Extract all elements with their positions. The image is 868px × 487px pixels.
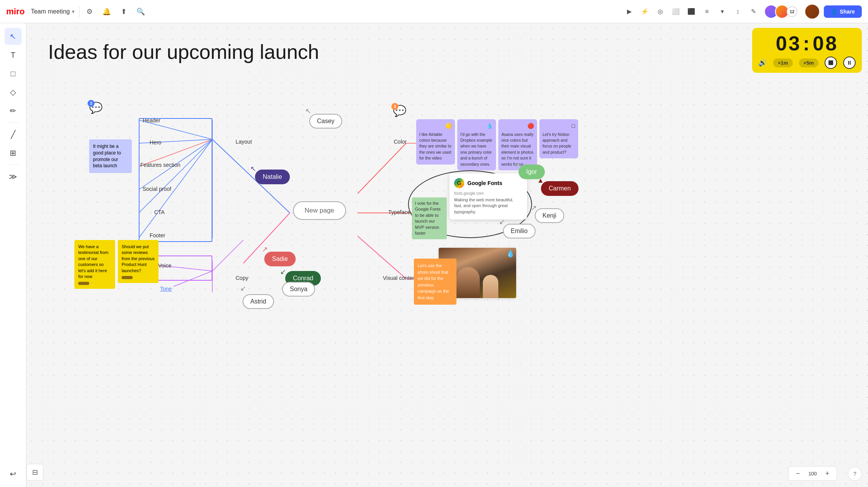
google-fonts-logo: G xyxy=(454,178,464,188)
pen-tool[interactable]: ✏ xyxy=(5,102,22,119)
expand-tool[interactable]: ≫ xyxy=(5,168,22,185)
label-header: Header xyxy=(143,117,160,123)
bubble-sonya: Sonya xyxy=(282,282,315,297)
left-sidebar: ↖ T □ ◇ ✏ ╱ ⊞ ≫ ↩ xyxy=(0,23,26,487)
label-copy: Copy xyxy=(236,275,248,281)
shape-tool[interactable]: ◇ xyxy=(5,84,22,101)
cursor-arrow-natalie: ↖ xyxy=(250,165,256,172)
sticky-dropbox[interactable]: 💧 I'd go with the Dropbox example when w… xyxy=(457,119,496,170)
cursor-carmen: ▲ xyxy=(537,177,544,184)
bubble-sadie: Sadie xyxy=(264,252,296,266)
label-hero: Hero xyxy=(150,139,161,146)
sticky-beta-text: It might be a good place to promote our … xyxy=(93,144,121,168)
edit-icon[interactable]: ✎ xyxy=(747,5,760,18)
board-title[interactable]: Team meeting ▾ xyxy=(31,8,75,15)
label-typeface: Typeface xyxy=(388,209,410,215)
more-icon[interactable]: ▾ xyxy=(716,5,728,18)
svg-line-8 xyxy=(358,143,406,194)
help-button[interactable]: ? xyxy=(848,467,862,481)
line-tool[interactable]: ╱ xyxy=(5,126,22,143)
frame-tool[interactable]: ⊞ xyxy=(5,144,22,161)
sticky-airtable[interactable]: 🟡 I like Airtable colors because they ar… xyxy=(416,119,455,165)
svg-line-12 xyxy=(358,236,406,279)
timer-add-5m[interactable]: +5m xyxy=(799,58,818,67)
cursor-igor: ↙ xyxy=(515,161,520,168)
sidebar-separator-2 xyxy=(6,165,20,165)
gf-header: G Google Fonts xyxy=(454,178,522,188)
toolbar-icons: ⚙ 🔔 ⬆ 🔍 xyxy=(84,6,146,17)
avatars-group[interactable]: 12 xyxy=(764,5,797,19)
label-color: Color xyxy=(394,139,406,145)
user-avatar[interactable] xyxy=(805,5,819,19)
photo-dropbox-icon: 💧 xyxy=(506,249,515,258)
timer-seconds: 08 xyxy=(813,32,838,55)
sticky-testimonial[interactable]: We have a testimonial from one of our cu… xyxy=(74,240,115,289)
zoom-out-button[interactable]: − xyxy=(793,469,803,478)
arrow-right-icon[interactable]: ▶ xyxy=(623,5,636,18)
zoom-in-button[interactable]: + xyxy=(823,469,832,478)
sound-icon[interactable]: 🔊 xyxy=(758,58,767,67)
board-icon[interactable]: ⬛ xyxy=(685,5,698,18)
pause-icon: ⏸ xyxy=(847,60,852,66)
zoom-controls: − 100 + xyxy=(788,466,837,481)
cursor-kenji: ↗ xyxy=(531,204,537,211)
label-cta: CTA xyxy=(154,209,165,215)
cursor-emilio: ↙ xyxy=(499,218,505,225)
board-title-text: Team meeting xyxy=(31,8,70,15)
cursor-arrow-sadie: ↗ xyxy=(262,246,268,253)
text-tool[interactable]: T xyxy=(5,46,22,63)
timer-display: 03 : 08 xyxy=(776,32,838,55)
sidebar-bottom: ↩ xyxy=(5,465,22,482)
sticky-beta-launch[interactable]: It might be a good place to promote our … xyxy=(89,139,132,173)
sticky-vote-text: I vote for the Google Fonts to be able t… xyxy=(415,201,441,235)
bubble-casey: Casey xyxy=(309,114,342,129)
page-panel-button[interactable]: ⊟ xyxy=(26,464,43,481)
chat-badge-1: 💬 3 xyxy=(89,101,103,114)
cursor-sadie: ↗ xyxy=(262,246,268,253)
new-page-bubble[interactable]: New page xyxy=(293,201,346,220)
lightning-icon[interactable]: ⚡ xyxy=(639,5,651,18)
share-button[interactable]: 👤 Share xyxy=(824,5,862,18)
cursor-arrow-astrid: ↙ xyxy=(240,285,246,292)
toolbar-right: ▶ ⚡ ◎ ⬜ ⬛ ≡ ▾ ↕ ✎ 12 👤 Share xyxy=(623,5,862,19)
share-upload-icon[interactable]: ⬆ xyxy=(118,6,129,17)
cursor-conrad: ↙ xyxy=(280,268,286,275)
tone-link[interactable]: Tone xyxy=(160,286,172,292)
present-icon[interactable]: ⬜ xyxy=(670,5,682,18)
cursor-arrow-igor: ↙ xyxy=(515,161,520,168)
label-voice: Voice xyxy=(158,262,171,269)
google-fonts-card[interactable]: G Google Fonts fonts.google.com Making t… xyxy=(450,173,527,219)
board-main-title: Ideas for our upcoming launch xyxy=(48,40,319,63)
notifications-icon[interactable]: 🔔 xyxy=(101,6,112,17)
select-tool[interactable]: ↖ xyxy=(5,28,22,45)
sticky-photo-shoot[interactable]: Let's use the photo shoot that we did fo… xyxy=(414,259,456,305)
layout-box xyxy=(139,118,212,242)
settings-icon[interactable]: ⚙ xyxy=(84,6,95,17)
chat-badge-2: 💬 3 xyxy=(393,105,406,117)
sidebar-separator xyxy=(6,122,20,123)
gf-url: fonts.google.com xyxy=(454,191,522,195)
timer-pause-button[interactable]: ⏸ xyxy=(843,57,856,69)
timer-add-1m[interactable]: +1m xyxy=(773,58,792,67)
sticky-google-vote[interactable]: I vote for the Google Fonts to be able t… xyxy=(412,197,447,239)
undo-tool[interactable]: ↩ xyxy=(5,465,22,482)
share-icon: 👤 xyxy=(831,9,837,15)
timer-stop-button[interactable] xyxy=(825,57,837,69)
sticky-notion-text: Let's try Notion approach and focus on p… xyxy=(542,132,571,154)
cursor-astrid: ↙ xyxy=(240,285,246,292)
search-icon[interactable]: 🔍 xyxy=(135,6,146,17)
cursor-natalie: ↖ xyxy=(250,165,256,172)
cursor-casey: ↖ xyxy=(305,108,311,115)
note-tool[interactable]: □ xyxy=(5,65,22,82)
sticky-notion[interactable]: □ Let's try Notion approach and focus on… xyxy=(539,119,578,158)
bubble-emilio: Emilio xyxy=(503,224,536,238)
sticky-reviews[interactable]: Should we put some reviews from the prev… xyxy=(118,240,158,283)
avatar-count: 12 xyxy=(787,6,797,17)
timer-icon[interactable]: ◎ xyxy=(654,5,666,18)
badge-count-1: 3 xyxy=(88,100,95,107)
label-layout: Layout xyxy=(236,139,252,145)
chevron-down-icon: ▾ xyxy=(72,9,74,14)
menu-icon[interactable]: ≡ xyxy=(701,5,713,18)
timer-colon: : xyxy=(803,32,811,55)
expand-icon[interactable]: ↕ xyxy=(732,5,744,18)
